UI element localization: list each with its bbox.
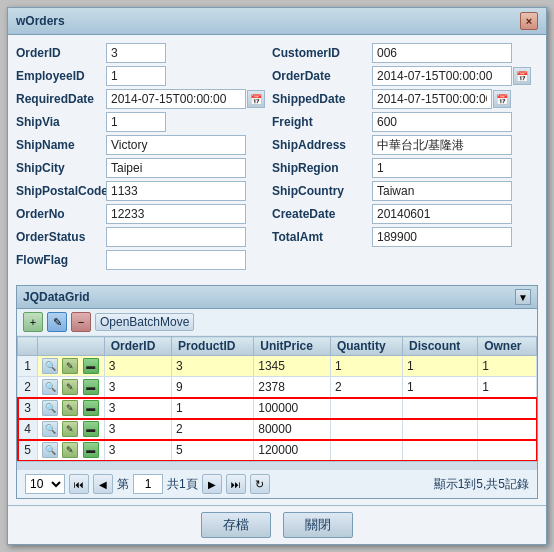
col-owner: Owner	[478, 337, 537, 356]
customer-id-label: CustomerID	[272, 46, 372, 60]
cell-order-id: 3	[104, 440, 171, 461]
cell-product-id: 5	[172, 440, 254, 461]
page-number-input[interactable]	[133, 474, 163, 494]
grid-edit-button[interactable]: ✎	[47, 312, 67, 332]
cell-unit-price: 1345	[254, 356, 331, 377]
row-edit-button[interactable]: ✎	[62, 421, 78, 437]
row-view-button[interactable]: 🔍	[42, 358, 58, 374]
grid-section: JQDataGrid ▼ + ✎ − OpenBatchMove	[16, 285, 538, 499]
order-no-input[interactable]	[106, 204, 246, 224]
next-page-button[interactable]: ▶	[202, 474, 222, 494]
table-header-row: OrderID ProductID UnitPrice Quantity Dis…	[18, 337, 537, 356]
prev-page-button[interactable]: ◀	[93, 474, 113, 494]
ship-region-input[interactable]	[372, 158, 512, 178]
cell-product-id: 9	[172, 377, 254, 398]
order-id-input[interactable]	[106, 43, 166, 63]
row-edit-button[interactable]: ✎	[62, 442, 78, 458]
customer-id-input[interactable]	[372, 43, 512, 63]
table-row: 3 🔍 ✎ ▬ 3 1 100000	[18, 398, 537, 419]
total-amt-input[interactable]	[372, 227, 512, 247]
ship-name-field	[106, 135, 272, 155]
ship-city-input[interactable]	[106, 158, 246, 178]
grid-table-container: OrderID ProductID UnitPrice Quantity Dis…	[17, 336, 537, 461]
cell-quantity	[330, 419, 402, 440]
display-info: 顯示1到5,共5記錄	[434, 476, 529, 493]
order-date-calendar-icon[interactable]: 📅	[513, 67, 531, 85]
cell-unit-price: 120000	[254, 440, 331, 461]
cell-discount	[402, 398, 477, 419]
grid-add-button[interactable]: +	[23, 312, 43, 332]
freight-field	[372, 112, 538, 132]
order-status-input[interactable]	[106, 227, 246, 247]
ship-country-input[interactable]	[372, 181, 512, 201]
edit-icon: ✎	[53, 316, 62, 329]
order-no-field	[106, 204, 272, 224]
employee-id-input[interactable]	[106, 66, 166, 86]
row-delete-button[interactable]: ▬	[83, 442, 99, 458]
required-date-calendar-icon[interactable]: 📅	[247, 90, 265, 108]
form-row-7: ShipPostalCode ShipCountry	[16, 181, 538, 201]
order-status-label: OrderStatus	[16, 230, 106, 244]
cell-discount: 1	[402, 356, 477, 377]
table-row: 4 🔍 ✎ ▬ 3 2 80000	[18, 419, 537, 440]
shipped-date-calendar-icon[interactable]: 📅	[493, 90, 511, 108]
first-page-button[interactable]: ⏮	[69, 474, 89, 494]
close-button[interactable]: 關閉	[283, 512, 353, 538]
horizontal-scrollbar[interactable]	[17, 461, 537, 469]
cell-owner	[478, 440, 537, 461]
row-edit-button[interactable]: ✎	[62, 358, 78, 374]
order-no-label: OrderNo	[16, 207, 106, 221]
row-delete-button[interactable]: ▬	[83, 379, 99, 395]
open-batch-move-button[interactable]: OpenBatchMove	[95, 313, 194, 331]
order-date-input[interactable]	[372, 66, 512, 86]
row-edit-button[interactable]: ✎	[62, 400, 78, 416]
row-delete-button[interactable]: ▬	[83, 421, 99, 437]
cell-owner	[478, 419, 537, 440]
row-view-button[interactable]: 🔍	[42, 379, 58, 395]
shipped-date-input[interactable]	[372, 89, 492, 109]
close-window-button[interactable]: ×	[520, 12, 538, 30]
grid-header-bar: JQDataGrid ▼	[17, 286, 537, 309]
ship-region-label: ShipRegion	[272, 161, 372, 175]
grid-expand-button[interactable]: ▼	[515, 289, 531, 305]
data-table: OrderID ProductID UnitPrice Quantity Dis…	[17, 336, 537, 461]
total-pages-label: 共1頁	[167, 476, 198, 493]
create-date-input[interactable]	[372, 204, 512, 224]
row-view-button[interactable]: 🔍	[42, 442, 58, 458]
required-date-input[interactable]	[106, 89, 246, 109]
grid-body: 1 🔍 ✎ ▬ 3 3 1345 1 1 1 2 🔍 ✎ ▬ 3 9 2378 …	[18, 356, 537, 461]
row-actions: 🔍 ✎ ▬	[38, 398, 105, 419]
row-actions: 🔍 ✎ ▬	[38, 419, 105, 440]
flow-flag-input[interactable]	[106, 250, 246, 270]
cell-owner: 1	[478, 377, 537, 398]
per-page-select[interactable]: 10 20 50	[25, 474, 65, 494]
col-quantity: Quantity	[330, 337, 402, 356]
save-button[interactable]: 存檔	[201, 512, 271, 538]
ship-via-input[interactable]	[106, 112, 166, 132]
shipped-date-field: 📅	[372, 89, 538, 109]
refresh-button[interactable]: ↻	[250, 474, 270, 494]
row-actions: 🔍 ✎ ▬	[38, 356, 105, 377]
ship-postal-code-input[interactable]	[106, 181, 246, 201]
ship-address-input[interactable]	[372, 135, 512, 155]
row-delete-button[interactable]: ▬	[83, 358, 99, 374]
row-view-button[interactable]: 🔍	[42, 400, 58, 416]
row-view-button[interactable]: 🔍	[42, 421, 58, 437]
footer-bar: 存檔 關閉	[8, 505, 546, 544]
ship-name-input[interactable]	[106, 135, 246, 155]
cell-order-id: 3	[104, 419, 171, 440]
ship-via-label: ShipVia	[16, 115, 106, 129]
grid-delete-button[interactable]: −	[71, 312, 91, 332]
freight-input[interactable]	[372, 112, 512, 132]
row-edit-button[interactable]: ✎	[62, 379, 78, 395]
row-delete-button[interactable]: ▬	[83, 400, 99, 416]
flow-flag-field	[106, 250, 538, 270]
plus-icon: +	[30, 316, 36, 328]
ship-city-field	[106, 158, 272, 178]
cell-owner: 1	[478, 356, 537, 377]
cell-order-id: 3	[104, 356, 171, 377]
create-date-label: CreateDate	[272, 207, 372, 221]
grid-toolbar: + ✎ − OpenBatchMove	[17, 309, 537, 336]
employee-id-field	[106, 66, 272, 86]
last-page-button[interactable]: ⏭	[226, 474, 246, 494]
